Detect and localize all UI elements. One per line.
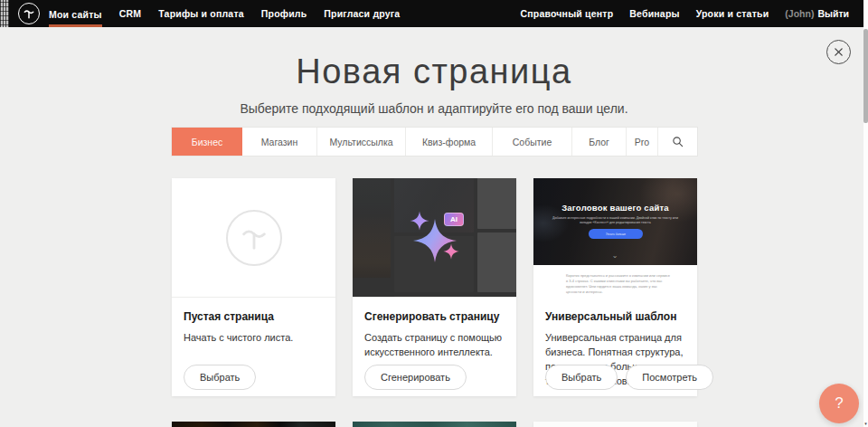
user-name: (John) <box>785 8 814 19</box>
scrollbar[interactable]: ▾ <box>863 0 868 427</box>
tab-store[interactable]: Магазин <box>242 128 317 156</box>
template-category-tabs: Бизнес Магазин Мультиссылка Квиз-форма С… <box>172 128 697 156</box>
card-description: Создать страницу с помощью искусственног… <box>364 330 505 359</box>
universal-template-preview: Заголовок вашего сайта Добавьте интересн… <box>533 178 697 298</box>
small-sparkle-icon <box>443 243 459 260</box>
page: Мои сайты CRM Тарифы и оплата Профиль Пр… <box>0 0 868 427</box>
template-card-partial[interactable] <box>353 422 516 427</box>
user-session: (John) Выйти <box>785 8 849 19</box>
template-hero-title: Заголовок вашего сайта <box>533 203 697 213</box>
tilda-watermark-icon <box>226 210 282 266</box>
tab-multilink[interactable]: Мультиссылка <box>317 128 406 156</box>
tab-blog[interactable]: Блог <box>572 128 627 156</box>
generate-button[interactable]: Сгенерировать <box>364 365 467 390</box>
chevron-down-icon: ⌄ <box>611 252 618 260</box>
secondary-nav: Справочный центр Вебинары Уроки и статьи… <box>520 0 849 27</box>
nav-invite-friend[interactable]: Пригласи друга <box>324 0 400 27</box>
nav-help-center[interactable]: Справочный центр <box>520 8 613 19</box>
tab-business[interactable]: Бизнес <box>172 128 242 156</box>
card-info: Пустая страница Начать с чистого листа. … <box>172 298 335 396</box>
tab-quiz-form[interactable]: Квиз-форма <box>406 128 493 156</box>
blank-page-preview <box>172 178 335 298</box>
ai-badge: AI <box>444 213 464 226</box>
page-title: Новая страница <box>0 52 868 91</box>
pattern-strip <box>0 0 9 27</box>
tab-event[interactable]: Событие <box>493 128 572 156</box>
template-hero-cta-button: Узнать больше <box>589 229 643 239</box>
template-about-section: Коротко представьтесь и расскажите о ком… <box>533 265 697 298</box>
card-title: Пустая страница <box>184 310 324 323</box>
card-title: Универсальный шаблон <box>545 310 685 323</box>
search-icon <box>672 136 684 147</box>
scrollbar-thumb[interactable] <box>863 29 868 123</box>
nav-crm[interactable]: CRM <box>119 0 142 27</box>
template-card-universal[interactable]: Заголовок вашего сайта Добавьте интересн… <box>533 178 697 396</box>
tab-pro[interactable]: Pro <box>627 128 658 156</box>
card-info: Универсальный шаблон Универсальная стран… <box>533 298 697 396</box>
template-hero-section: Заголовок вашего сайта Добавьте интересн… <box>533 178 697 265</box>
template-card-blank-page[interactable]: Пустая страница Начать с чистого листа. … <box>172 178 335 396</box>
tab-search[interactable] <box>658 128 697 156</box>
logout-link[interactable]: Выйти <box>817 8 849 19</box>
template-about-text: Коротко представьтесь и расскажите о ком… <box>566 273 671 295</box>
template-card-partial[interactable] <box>533 422 697 427</box>
card-description: Начать с чистого листа. <box>184 330 324 345</box>
select-blank-button[interactable]: Выбрать <box>184 365 256 390</box>
nav-plans[interactable]: Тарифы и оплата <box>158 0 244 27</box>
nav-my-sites[interactable]: Мои сайты <box>49 0 102 27</box>
help-button[interactable]: ? <box>819 384 859 423</box>
main-nav: Мои сайты CRM Тарифы и оплата Профиль Пр… <box>49 0 400 27</box>
template-hero-subtitle: Добавьте интересные подробности о вашей … <box>550 216 681 225</box>
card-title: Сгенерировать страницу <box>364 310 505 323</box>
nav-lessons[interactable]: Уроки и статьи <box>696 8 769 19</box>
template-card-partial[interactable] <box>172 422 335 427</box>
select-template-button[interactable]: Выбрать <box>545 365 618 390</box>
nav-webinars[interactable]: Вебинары <box>629 8 679 19</box>
top-navbar: Мои сайты CRM Тарифы и оплата Профиль Пр… <box>0 0 868 27</box>
card-info: Сгенерировать страницу Создать страницу … <box>353 298 516 396</box>
scrollbar-down-arrow-icon[interactable]: ▾ <box>863 421 868 426</box>
nav-profile[interactable]: Профиль <box>261 0 307 27</box>
template-card-ai-generate[interactable]: AI Сгенерировать страницу Создать страни… <box>353 178 516 396</box>
page-subtitle: Выберите подходящий шаблон и адаптируйте… <box>0 101 868 116</box>
tilda-logo-icon[interactable] <box>18 3 40 24</box>
preview-template-button[interactable]: Посмотреть <box>626 365 713 390</box>
ai-preview: AI <box>353 178 516 298</box>
